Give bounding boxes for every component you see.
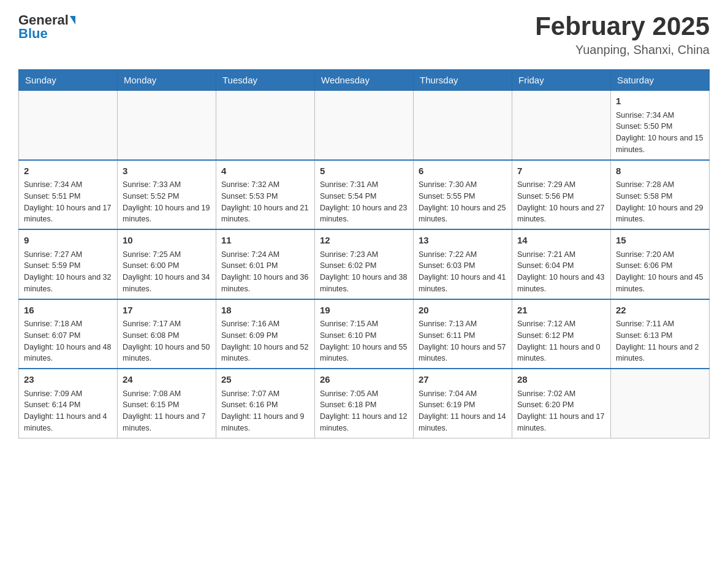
calendar-day-cell [118,91,216,160]
day-info: Sunrise: 7:17 AMSunset: 6:08 PMDaylight:… [123,318,211,364]
calendar-day-header: Thursday [414,70,512,91]
calendar-header-row: SundayMondayTuesdayWednesdayThursdayFrid… [19,70,710,91]
day-number: 15 [616,234,704,248]
calendar-day-cell: 9Sunrise: 7:27 AMSunset: 5:59 PMDaylight… [19,229,118,299]
calendar-day-header: Tuesday [216,70,315,91]
day-number: 14 [517,234,605,248]
day-info: Sunrise: 7:29 AMSunset: 5:56 PMDaylight:… [517,179,605,225]
calendar-day-cell: 11Sunrise: 7:24 AMSunset: 6:01 PMDayligh… [216,229,315,299]
day-info: Sunrise: 7:30 AMSunset: 5:55 PMDaylight:… [419,179,507,225]
day-number: 6 [419,164,507,178]
day-number: 8 [616,164,704,178]
day-info: Sunrise: 7:07 AMSunset: 6:16 PMDaylight:… [221,388,309,434]
page-title: February 2025 [535,12,710,40]
day-number: 9 [24,234,112,248]
calendar-week-row: 2Sunrise: 7:34 AMSunset: 5:51 PMDaylight… [19,160,710,230]
calendar-day-header: Wednesday [315,70,414,91]
day-info: Sunrise: 7:15 AMSunset: 6:10 PMDaylight:… [320,318,408,364]
calendar-day-cell: 8Sunrise: 7:28 AMSunset: 5:58 PMDaylight… [611,160,710,230]
day-info: Sunrise: 7:34 AMSunset: 5:51 PMDaylight:… [24,179,112,225]
calendar-day-cell: 27Sunrise: 7:04 AMSunset: 6:19 PMDayligh… [414,369,512,438]
calendar-day-cell [414,91,512,160]
day-info: Sunrise: 7:16 AMSunset: 6:09 PMDaylight:… [221,318,309,364]
calendar-day-cell: 24Sunrise: 7:08 AMSunset: 6:15 PMDayligh… [118,369,216,438]
calendar-day-header: Friday [512,70,611,91]
day-number: 7 [517,164,605,178]
day-info: Sunrise: 7:11 AMSunset: 6:13 PMDaylight:… [616,318,704,364]
day-number: 27 [419,373,507,387]
calendar-day-cell: 1Sunrise: 7:34 AMSunset: 5:50 PMDaylight… [611,91,710,160]
day-number: 12 [320,234,408,248]
day-info: Sunrise: 7:28 AMSunset: 5:58 PMDaylight:… [616,179,704,225]
calendar-day-cell: 17Sunrise: 7:17 AMSunset: 6:08 PMDayligh… [118,299,216,369]
day-info: Sunrise: 7:34 AMSunset: 5:50 PMDaylight:… [616,110,704,156]
day-info: Sunrise: 7:21 AMSunset: 6:04 PMDaylight:… [517,249,605,295]
calendar-day-cell: 13Sunrise: 7:22 AMSunset: 6:03 PMDayligh… [414,229,512,299]
logo-blue-text: Blue [18,26,48,42]
calendar-week-row: 23Sunrise: 7:09 AMSunset: 6:14 PMDayligh… [19,369,710,438]
calendar-day-cell: 12Sunrise: 7:23 AMSunset: 6:02 PMDayligh… [315,229,414,299]
day-number: 5 [320,164,408,178]
day-number: 19 [320,304,408,318]
calendar-day-cell [19,91,118,160]
day-info: Sunrise: 7:33 AMSunset: 5:52 PMDaylight:… [123,179,211,225]
day-number: 11 [221,234,309,248]
calendar-week-row: 16Sunrise: 7:18 AMSunset: 6:07 PMDayligh… [19,299,710,369]
day-number: 23 [24,373,112,387]
calendar-day-header: Sunday [19,70,118,91]
calendar-day-cell: 28Sunrise: 7:02 AMSunset: 6:20 PMDayligh… [512,369,611,438]
day-number: 20 [419,304,507,318]
day-info: Sunrise: 7:24 AMSunset: 6:01 PMDaylight:… [221,249,309,295]
calendar-day-cell: 5Sunrise: 7:31 AMSunset: 5:54 PMDaylight… [315,160,414,230]
day-info: Sunrise: 7:13 AMSunset: 6:11 PMDaylight:… [419,318,507,364]
day-number: 10 [123,234,211,248]
calendar-week-row: 9Sunrise: 7:27 AMSunset: 5:59 PMDaylight… [19,229,710,299]
day-info: Sunrise: 7:25 AMSunset: 6:00 PMDaylight:… [123,249,211,295]
day-info: Sunrise: 7:27 AMSunset: 5:59 PMDaylight:… [24,249,112,295]
calendar-day-cell: 16Sunrise: 7:18 AMSunset: 6:07 PMDayligh… [19,299,118,369]
day-number: 25 [221,373,309,387]
calendar-day-cell [216,91,315,160]
page-subtitle: Yuanping, Shanxi, China [535,43,710,57]
day-number: 21 [517,304,605,318]
day-number: 22 [616,304,704,318]
day-info: Sunrise: 7:31 AMSunset: 5:54 PMDaylight:… [320,179,408,225]
day-info: Sunrise: 7:32 AMSunset: 5:53 PMDaylight:… [221,179,309,225]
calendar-day-cell: 19Sunrise: 7:15 AMSunset: 6:10 PMDayligh… [315,299,414,369]
calendar-day-cell: 15Sunrise: 7:20 AMSunset: 6:06 PMDayligh… [611,229,710,299]
calendar-day-cell [611,369,710,438]
day-info: Sunrise: 7:20 AMSunset: 6:06 PMDaylight:… [616,249,704,295]
day-number: 3 [123,164,211,178]
calendar-day-header: Monday [118,70,216,91]
day-number: 26 [320,373,408,387]
calendar-week-row: 1Sunrise: 7:34 AMSunset: 5:50 PMDaylight… [19,91,710,160]
logo-triangle-icon [70,16,75,25]
day-number: 28 [517,373,605,387]
calendar-day-header: Saturday [611,70,710,91]
title-block: February 2025 Yuanping, Shanxi, China [535,12,710,57]
day-number: 17 [123,304,211,318]
day-number: 16 [24,304,112,318]
calendar-day-cell: 4Sunrise: 7:32 AMSunset: 5:53 PMDaylight… [216,160,315,230]
day-number: 24 [123,373,211,387]
calendar-day-cell: 22Sunrise: 7:11 AMSunset: 6:13 PMDayligh… [611,299,710,369]
day-number: 1 [616,94,704,109]
calendar-day-cell: 3Sunrise: 7:33 AMSunset: 5:52 PMDaylight… [118,160,216,230]
calendar-day-cell: 18Sunrise: 7:16 AMSunset: 6:09 PMDayligh… [216,299,315,369]
day-info: Sunrise: 7:08 AMSunset: 6:15 PMDaylight:… [123,388,211,434]
day-info: Sunrise: 7:22 AMSunset: 6:03 PMDaylight:… [419,249,507,295]
page-header: General Blue February 2025 Yuanping, Sha… [18,12,710,57]
calendar-day-cell: 25Sunrise: 7:07 AMSunset: 6:16 PMDayligh… [216,369,315,438]
calendar-table: SundayMondayTuesdayWednesdayThursdayFrid… [18,69,710,439]
day-number: 13 [419,234,507,248]
day-info: Sunrise: 7:04 AMSunset: 6:19 PMDaylight:… [419,388,507,434]
calendar-day-cell: 20Sunrise: 7:13 AMSunset: 6:11 PMDayligh… [414,299,512,369]
day-number: 18 [221,304,309,318]
day-number: 4 [221,164,309,178]
day-number: 2 [24,164,112,178]
calendar-day-cell [512,91,611,160]
calendar-day-cell: 7Sunrise: 7:29 AMSunset: 5:56 PMDaylight… [512,160,611,230]
logo: General Blue [18,12,75,42]
day-info: Sunrise: 7:23 AMSunset: 6:02 PMDaylight:… [320,249,408,295]
calendar-day-cell: 2Sunrise: 7:34 AMSunset: 5:51 PMDaylight… [19,160,118,230]
